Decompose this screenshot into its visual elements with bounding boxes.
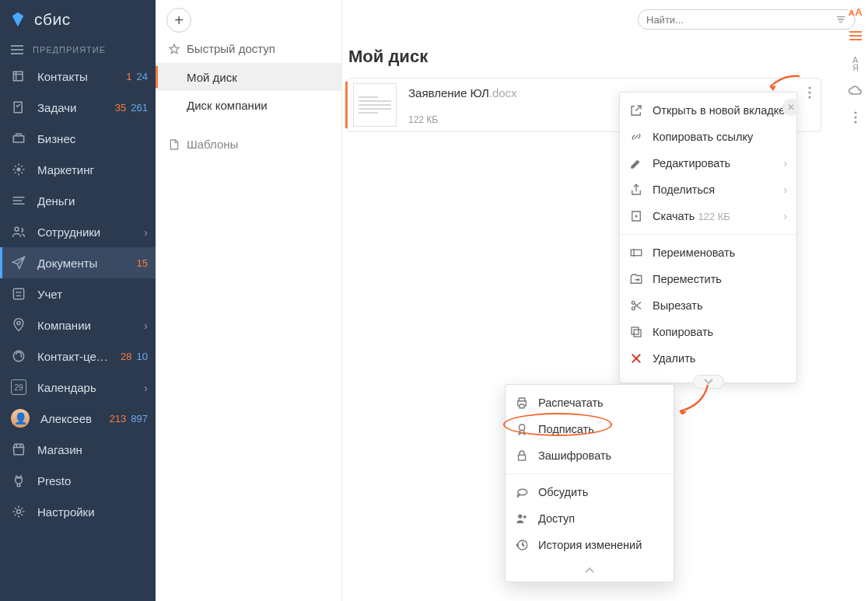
ctx-label: Редактировать — [653, 157, 774, 169]
right-toolbar: ᴀA АЯ — [848, 6, 863, 126]
acct-icon — [11, 286, 26, 302]
svg-point-11 — [854, 121, 856, 123]
disk-panel: + Быстрый доступ Мой диск Диск компании … — [156, 0, 342, 601]
nav-market[interactable]: Маркетинг — [0, 154, 156, 185]
chevron-right-icon: › — [144, 319, 148, 332]
org-label: ПРЕДПРИЯТИЕ — [33, 45, 106, 54]
separator — [506, 473, 674, 474]
sign-icon — [515, 422, 529, 436]
ctx2-access[interactable]: Доступ — [506, 505, 674, 532]
nav-cal[interactable]: 29Календарь› — [0, 372, 156, 403]
tree-company-disk[interactable]: Диск компании — [156, 91, 341, 119]
ctx-copy[interactable]: Копировать — [620, 319, 796, 345]
hist-icon — [515, 538, 529, 552]
chevron-right-icon: › — [783, 183, 787, 196]
ctx2-hist[interactable]: История изменений — [506, 532, 674, 558]
share-icon — [629, 183, 643, 197]
file-menu-button[interactable] — [799, 79, 821, 131]
svg-rect-17 — [634, 330, 641, 337]
quick-access[interactable]: Быстрый доступ — [156, 33, 341, 63]
nav-contacts[interactable]: Контакты124 — [0, 61, 156, 92]
nav-gear[interactable]: Настройки — [0, 496, 156, 527]
ctx-edit[interactable]: Редактировать› — [620, 150, 796, 176]
nav-call[interactable]: Контакт-центр2810 — [0, 341, 156, 372]
nav-badges: 15 — [137, 257, 148, 269]
ctx2-sign[interactable]: Подписать — [506, 416, 674, 442]
svg-point-20 — [518, 514, 522, 518]
svg-point-8 — [808, 96, 810, 98]
ctx-label: История изменений — [538, 539, 664, 551]
nav-presto[interactable]: Presto — [0, 465, 156, 496]
font-size-button[interactable]: ᴀA — [849, 6, 862, 18]
ctx-label: Распечатать — [538, 397, 664, 409]
logo-text: сбис — [34, 10, 71, 29]
access-icon — [515, 512, 529, 526]
menu-button[interactable] — [849, 30, 863, 44]
ctx2-lock[interactable]: Зашифровать — [506, 442, 674, 469]
ctx-del[interactable]: Удалить — [620, 345, 796, 372]
nav-staff[interactable]: Сотрудники› — [0, 216, 156, 247]
templates-label: Шаблоны — [187, 138, 238, 151]
expand-down-button[interactable] — [693, 375, 724, 389]
nav-label: Документы — [37, 257, 126, 270]
nav-docs[interactable]: Документы15 — [0, 247, 156, 278]
ctx-ren[interactable]: Переименовать — [620, 239, 796, 266]
avatar-icon: 👤 — [11, 409, 30, 428]
ctx-label: Вырезать — [653, 299, 787, 312]
tasks-icon — [11, 100, 26, 115]
nav-badges: 35261 — [115, 102, 148, 114]
svg-point-18 — [519, 425, 525, 431]
nav-label: Контакт-центр — [37, 350, 110, 363]
nav-label: Календарь — [37, 381, 133, 394]
ctx2-chat[interactable]: Обсудить — [506, 479, 674, 505]
nav-shop[interactable]: Магазин — [0, 434, 156, 465]
nav-money[interactable]: Деньги — [0, 185, 156, 216]
add-button[interactable]: + — [166, 8, 191, 33]
svg-rect-19 — [519, 455, 526, 460]
collapse-up-button[interactable] — [506, 563, 674, 577]
separator — [620, 234, 796, 235]
ctx-open[interactable]: Открыть в новой вкладке — [620, 97, 796, 124]
search-input[interactable] — [646, 14, 835, 26]
close-button[interactable]: ✕ — [782, 99, 800, 116]
lock-icon — [515, 449, 529, 463]
ctx-label: Переместить — [653, 273, 787, 285]
nav-biz[interactable]: Бизнес — [0, 123, 156, 154]
cut-icon — [629, 299, 643, 313]
nav-tasks[interactable]: Задачи35261 — [0, 92, 156, 123]
ctx-share[interactable]: Поделиться› — [620, 176, 796, 203]
ctx-link[interactable]: Копировать ссылку — [620, 124, 796, 150]
template-icon — [168, 138, 180, 151]
filter-icon[interactable] — [835, 13, 847, 26]
chevron-right-icon: › — [144, 225, 148, 239]
nav-label: Магазин — [37, 443, 148, 456]
ctx2-print[interactable]: Распечатать — [506, 390, 674, 416]
nav-label: Учет — [37, 288, 148, 301]
nav-label: Presto — [37, 474, 148, 487]
lang-button[interactable]: АЯ — [852, 56, 859, 72]
hamburger-icon — [11, 45, 23, 54]
cloud-button[interactable] — [848, 84, 863, 99]
logo-icon — [9, 11, 26, 28]
nav-label: Компании — [37, 319, 133, 332]
ctx-cut[interactable]: Вырезать — [620, 292, 796, 319]
org-selector[interactable]: ПРЕДПРИЯТИЕ — [0, 39, 156, 61]
nav-badges: 2810 — [121, 351, 148, 362]
more-button[interactable] — [854, 111, 857, 126]
nav-badges: 213897 — [110, 413, 148, 425]
shop-icon — [11, 442, 26, 457]
move-icon — [629, 272, 643, 286]
market-icon — [11, 162, 26, 177]
ctx-dl[interactable]: Скачать122 КБ› — [620, 203, 796, 229]
templates[interactable]: Шаблоны — [156, 119, 341, 151]
nav-comp[interactable]: Компании› — [0, 309, 156, 341]
star-icon — [168, 43, 180, 55]
nav-acct[interactable]: Учет — [0, 278, 156, 309]
svg-point-3 — [17, 321, 20, 324]
tree-my-disk[interactable]: Мой диск — [156, 63, 341, 91]
search[interactable] — [638, 9, 856, 30]
chat-icon — [515, 485, 529, 499]
ctx-move[interactable]: Переместить — [620, 266, 796, 292]
nav-avatar[interactable]: 👤Алексеев213897 — [0, 403, 156, 434]
logo[interactable]: сбис — [0, 0, 156, 39]
